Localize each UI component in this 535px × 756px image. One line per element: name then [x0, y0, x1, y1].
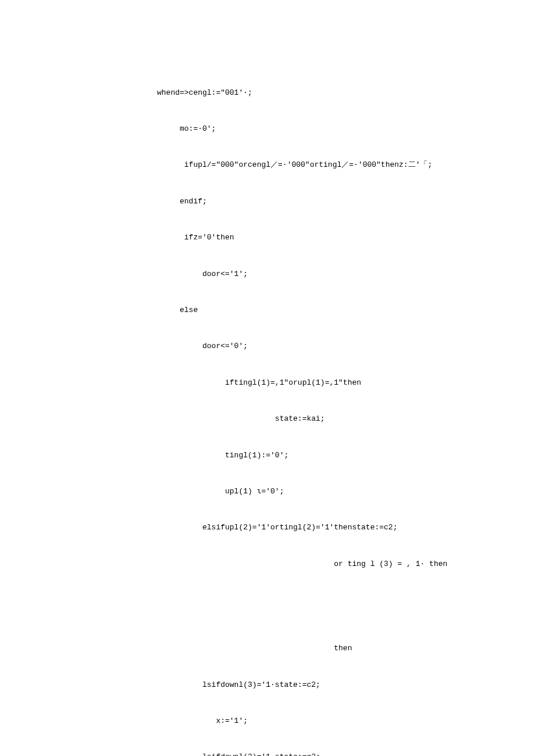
code-line: else: [157, 304, 500, 317]
code-line: door<='0';: [157, 341, 500, 353]
code-line: ifz='0'then: [157, 232, 500, 244]
code-line: mo:=·0';: [157, 123, 500, 135]
code-line: state:=kai;: [157, 413, 500, 425]
code-line: iftingl(1)=,1"orupl(1)=,1"then: [157, 377, 500, 389]
code-line: ifupl/="000"orcengl／=·'000"ortingl／=·'00…: [157, 159, 500, 171]
code-line: upl(1) ι='0';: [157, 486, 500, 498]
code-line: then: [157, 643, 500, 655]
code-line: or ting l (3) = , 1· then: [157, 558, 500, 571]
code-line: x:='1';: [157, 715, 500, 728]
page: whend=>cengl:="001'·; mo:=·0'; ifupl/="0…: [0, 0, 535, 756]
code-line: elsifupl(2)='1'ortingl(2)='1'thenstate:=…: [157, 522, 500, 534]
code-line: tingl(1):='0';: [157, 450, 500, 462]
code-line: lsifdownl(3)='1·state:=c2;: [157, 679, 500, 691]
code-line: lsifdownl(2)='1·state:=c2;: [157, 751, 500, 756]
code-line: endif;: [157, 196, 500, 208]
code-line: whend=>cengl:="001'·;: [157, 87, 500, 99]
code-line: door<='1';: [157, 268, 500, 281]
code-block: whend=>cengl:="001'·; mo:=·0'; ifupl/="0…: [157, 63, 500, 756]
